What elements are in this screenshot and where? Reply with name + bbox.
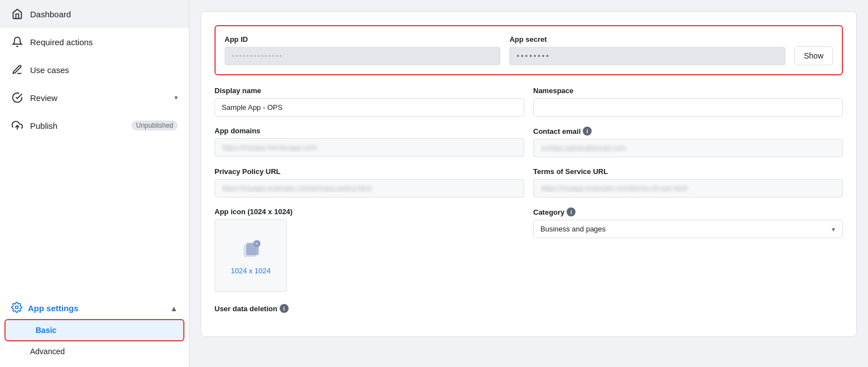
app-domains-group: App domains — [214, 127, 524, 157]
sidebar-item-use-cases[interactable]: Use cases — [0, 56, 189, 84]
contact-email-info-icon: i — [583, 127, 592, 136]
bell-icon — [11, 36, 23, 48]
sidebar-sub-item-basic[interactable]: Basic — [6, 320, 183, 340]
app-domains-label: App domains — [214, 127, 524, 135]
display-name-label: Display name — [214, 86, 524, 95]
category-info-icon: i — [567, 207, 576, 216]
main-content: App ID •••••••••••••• App secret •••••••… — [189, 0, 868, 367]
check-circle-icon — [11, 91, 23, 104]
app-secret-group: App secret •••••••• — [509, 35, 785, 65]
sidebar-item-label: Review — [30, 93, 168, 103]
app-credentials-section: App ID •••••••••••••• App secret •••••••… — [214, 25, 843, 75]
namespace-group: Namespace — [533, 86, 843, 117]
app-icon-size-label: 1024 x 1024 — [231, 267, 271, 275]
svg-point-1 — [16, 306, 18, 309]
category-label: Category i — [533, 207, 843, 216]
sidebar-item-label: Dashboard — [30, 9, 178, 19]
app-secret-input[interactable]: •••••••• — [509, 47, 785, 65]
publish-badge: Unpublished — [131, 120, 178, 131]
sidebar-item-label: Required actions — [30, 37, 178, 47]
domains-email-row: App domains Contact email i — [214, 127, 843, 157]
terms-group: Terms of Service URL — [533, 167, 843, 197]
namespace-input[interactable] — [533, 98, 843, 117]
app-secret-label: App secret — [509, 35, 785, 44]
terms-input[interactable] — [533, 179, 843, 197]
contact-email-group: Contact email i — [533, 127, 843, 157]
namespace-label: Namespace — [533, 86, 843, 95]
sidebar-item-label: Use cases — [30, 65, 178, 75]
pencil-icon — [11, 64, 23, 76]
sidebar-sub-item-advanced[interactable]: Advanced — [0, 341, 189, 367]
sidebar-item-dashboard[interactable]: Dashboard — [0, 0, 189, 28]
contact-email-label: Contact email i — [533, 127, 843, 136]
user-data-info-icon: i — [280, 304, 289, 313]
basic-label: Basic — [36, 326, 56, 335]
user-data-row: User data deletion i — [214, 302, 843, 313]
app-id-input[interactable]: •••••••••••••• — [225, 47, 500, 65]
category-select-wrapper: Business and pages — [533, 220, 843, 238]
app-icon-upload[interactable]: + 1024 x 1024 — [214, 219, 287, 292]
category-group: Category i Business and pages — [533, 207, 843, 292]
gear-icon — [11, 302, 22, 315]
contact-email-input[interactable] — [533, 139, 843, 157]
app-settings-label: App settings — [28, 303, 79, 313]
app-settings-title: App settings — [11, 302, 79, 315]
advanced-label: Advanced — [30, 347, 65, 356]
icon-category-row: App icon (1024 x 1024) + 1024 x 1024 Cat… — [214, 207, 843, 292]
sidebar-item-publish[interactable]: Publish Unpublished — [0, 112, 189, 139]
app-id-group: App ID •••••••••••••• — [225, 35, 500, 65]
display-name-group: Display name — [214, 86, 524, 117]
sidebar: Dashboard Required actions Use cases Rev… — [0, 0, 189, 367]
home-icon — [11, 8, 23, 20]
sidebar-item-required-actions[interactable]: Required actions — [0, 28, 189, 56]
category-select[interactable]: Business and pages — [533, 220, 843, 238]
privacy-policy-input[interactable] — [214, 179, 524, 197]
privacy-policy-group: Privacy Policy URL — [214, 167, 524, 197]
sidebar-item-label: Publish — [30, 121, 125, 131]
privacy-policy-label: Privacy Policy URL — [214, 167, 524, 176]
app-settings-section[interactable]: App settings ▲ — [0, 293, 189, 319]
app-domains-input[interactable] — [214, 138, 524, 157]
app-id-label: App ID — [225, 35, 500, 44]
settings-card: App ID •••••••••••••• App secret •••••••… — [201, 11, 857, 337]
sidebar-item-review[interactable]: Review ▾ — [0, 84, 189, 112]
upload-icon — [11, 119, 23, 132]
terms-label: Terms of Service URL — [533, 167, 843, 176]
svg-text:+: + — [255, 240, 259, 247]
display-namespace-row: Display name Namespace — [214, 86, 843, 117]
show-secret-button[interactable]: Show — [794, 46, 833, 65]
app-icon-label: App icon (1024 x 1024) — [214, 207, 524, 216]
app-icon-group: App icon (1024 x 1024) + 1024 x 1024 — [214, 207, 524, 292]
display-name-input[interactable] — [214, 98, 524, 117]
user-data-group: User data deletion i — [214, 302, 843, 313]
chevron-up-icon: ▲ — [170, 304, 178, 313]
user-data-label: User data deletion i — [214, 304, 843, 313]
privacy-terms-row: Privacy Policy URL Terms of Service URL — [214, 167, 843, 197]
chevron-down-icon: ▾ — [174, 94, 178, 102]
